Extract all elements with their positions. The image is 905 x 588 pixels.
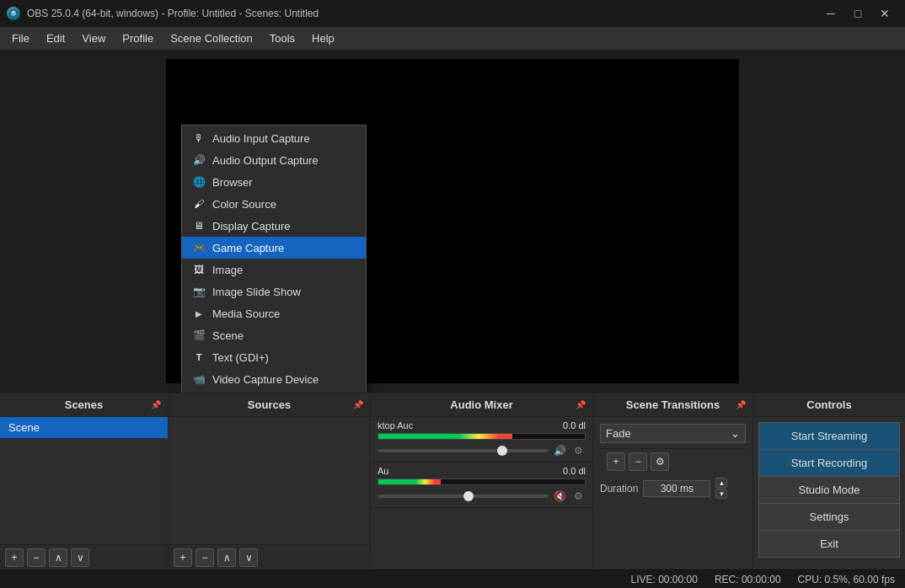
sources-toolbar: + − ∧ ∨ [169, 544, 370, 569]
context-item-window-capture[interactable]: ⊞ Window Capture [182, 390, 366, 393]
transitions-panel: Scene Transitions 📌 Fade ⌄ + − ⚙ Duratio… [593, 393, 753, 569]
menu-scene-collection[interactable]: Scene Collection [162, 29, 261, 48]
exit-button[interactable]: Exit [758, 530, 900, 558]
audio-track-2-header: Au 0.0 dl [378, 466, 586, 476]
context-label-audio-output: Audio Output Capture [212, 154, 356, 167]
text-gdi-icon: T [192, 350, 206, 364]
menu-help[interactable]: Help [303, 29, 343, 48]
transitions-title: Scene Transitions [626, 398, 720, 411]
context-item-audio-input[interactable]: 🎙 Audio Input Capture [182, 127, 366, 149]
close-button[interactable]: ✕ [871, 0, 898, 27]
audio-controls-1: 🔊 ⚙ [378, 443, 586, 458]
menu-file[interactable]: File [3, 29, 38, 48]
main-content: 🎙 Audio Input Capture 🔊 Audio Output Cap… [0, 51, 905, 569]
audio-output-icon: 🔊 [192, 153, 206, 167]
context-item-game-capture[interactable]: 🎮 Game Capture [182, 237, 366, 259]
duration-input[interactable]: 300 ms [643, 480, 710, 497]
window-title: OBS 25.0.4 (64-bit, windows) - Profile: … [27, 8, 319, 19]
audio-settings-2[interactable]: ⚙ [570, 489, 586, 504]
menu-view[interactable]: View [73, 29, 114, 48]
video-capture-icon: 📹 [192, 372, 206, 386]
maximize-button[interactable]: □ [844, 0, 871, 27]
transitions-content: Fade ⌄ + − ⚙ Duration 300 ms ▲ ▼ [593, 417, 752, 505]
transitions-settings-button[interactable]: ⚙ [651, 452, 669, 471]
context-label-media-source: Media Source [212, 307, 356, 320]
settings-button[interactable]: Settings [758, 503, 900, 530]
audio-track-2-name: Au [378, 466, 388, 476]
scenes-down-button[interactable]: ∨ [71, 548, 89, 567]
media-source-icon: ▶ [192, 307, 206, 320]
menubar: File Edit View Profile Scene Collection … [0, 27, 905, 51]
scene-item-untitled[interactable]: Scene [0, 417, 168, 438]
context-item-display-capture[interactable]: 🖥 Display Capture [182, 215, 366, 237]
context-menu: 🎙 Audio Input Capture 🔊 Audio Output Cap… [181, 125, 367, 393]
audio-level-fill-2 [378, 479, 441, 484]
audio-settings-1[interactable]: ⚙ [570, 443, 586, 458]
display-capture-icon: 🖥 [192, 219, 206, 233]
mute-button-2[interactable]: 🔇 [552, 489, 567, 504]
audio-panel-header: Audio Mixer 📌 [371, 393, 592, 417]
context-item-text-gdi[interactable]: T Text (GDI+) [182, 346, 366, 368]
scenes-add-button[interactable]: + [5, 548, 24, 567]
context-item-browser[interactable]: 🌐 Browser [182, 171, 366, 193]
sources-pin-icon[interactable]: 📌 [353, 400, 363, 409]
scenes-toolbar: + − ∧ ∨ [0, 544, 168, 569]
preview-area: 🎙 Audio Input Capture 🔊 Audio Output Cap… [0, 51, 905, 393]
scenes-pin-icon[interactable]: 📌 [151, 400, 161, 409]
sources-remove-button[interactable]: − [195, 548, 214, 567]
start-recording-button[interactable]: Start Recording [758, 449, 900, 476]
context-item-audio-output[interactable]: 🔊 Audio Output Capture [182, 149, 366, 171]
audio-level-fill-1 [378, 434, 512, 439]
context-item-scene[interactable]: 🎬 Scene [182, 324, 366, 346]
studio-mode-button[interactable]: Studio Mode [758, 476, 900, 503]
sources-add-button[interactable]: + [174, 548, 192, 567]
titlebar: OBS 25.0.4 (64-bit, windows) - Profile: … [0, 0, 905, 27]
sources-up-button[interactable]: ∧ [217, 548, 236, 567]
duration-label: Duration [600, 483, 638, 494]
svg-point-2 [13, 11, 15, 13]
context-label-scene: Scene [212, 329, 356, 342]
duration-value: 300 ms [661, 483, 693, 494]
audio-level-bar-1 [378, 433, 586, 440]
status-cpu: CPU: 0.5%, 60.00 fps [798, 574, 895, 585]
audio-controls-2: 🔇 ⚙ [378, 489, 586, 504]
sources-panel: Sources 📌 + − ∧ ∨ [169, 393, 371, 569]
controls-inner: Start Streaming Start Recording Studio M… [753, 417, 905, 563]
scenes-remove-button[interactable]: − [27, 548, 46, 567]
statusbar: LIVE: 00:00:00 REC: 00:00:00 CPU: 0.5%, … [0, 569, 905, 588]
duration-spinners: ▲ ▼ [715, 478, 727, 499]
minimize-button[interactable]: ─ [817, 0, 844, 27]
game-capture-icon: 🎮 [192, 241, 206, 254]
volume-slider-1[interactable] [378, 449, 549, 452]
transitions-pin-icon[interactable]: 📌 [736, 400, 746, 409]
status-rec: REC: 00:00:00 [715, 574, 781, 585]
context-item-image-slide-show[interactable]: 📷 Image Slide Show [182, 281, 366, 302]
duration-up-button[interactable]: ▲ [715, 478, 727, 488]
transition-dropdown[interactable]: Fade ⌄ [600, 424, 746, 443]
menu-tools[interactable]: Tools [261, 29, 303, 48]
browser-icon: 🌐 [192, 175, 206, 189]
image-slide-show-icon: 📷 [192, 285, 206, 298]
menu-profile[interactable]: Profile [114, 29, 162, 48]
sources-down-button[interactable]: ∨ [239, 548, 258, 567]
volume-slider-2[interactable] [378, 494, 549, 498]
audio-track-2: Au 0.0 dl 🔇 ⚙ [371, 462, 592, 508]
transitions-remove-button[interactable]: − [629, 452, 647, 471]
context-item-image[interactable]: 🖼 Image [182, 259, 366, 281]
audio-track-1-header: ktop Auc 0.0 dl [378, 420, 586, 430]
menu-edit[interactable]: Edit [38, 29, 73, 48]
mute-button-1[interactable]: 🔊 [552, 443, 567, 458]
transitions-add-button[interactable]: + [607, 452, 625, 471]
audio-pin-icon[interactable]: 📌 [576, 400, 586, 409]
context-item-video-capture[interactable]: 📹 Video Capture Device [182, 368, 366, 390]
audio-input-icon: 🎙 [192, 131, 206, 145]
scenes-panel: Scenes 📌 Scene + − ∧ ∨ [0, 393, 169, 569]
duration-down-button[interactable]: ▼ [715, 489, 727, 499]
sources-panel-header: Sources 📌 [169, 393, 370, 417]
context-item-color-source[interactable]: 🖌 Color Source [182, 193, 366, 215]
context-label-game-capture: Game Capture [212, 242, 356, 254]
controls-panel-header: Controls [753, 393, 905, 417]
start-streaming-button[interactable]: Start Streaming [758, 422, 900, 449]
context-item-media-source[interactable]: ▶ Media Source [182, 302, 366, 324]
scenes-up-button[interactable]: ∧ [49, 548, 67, 567]
